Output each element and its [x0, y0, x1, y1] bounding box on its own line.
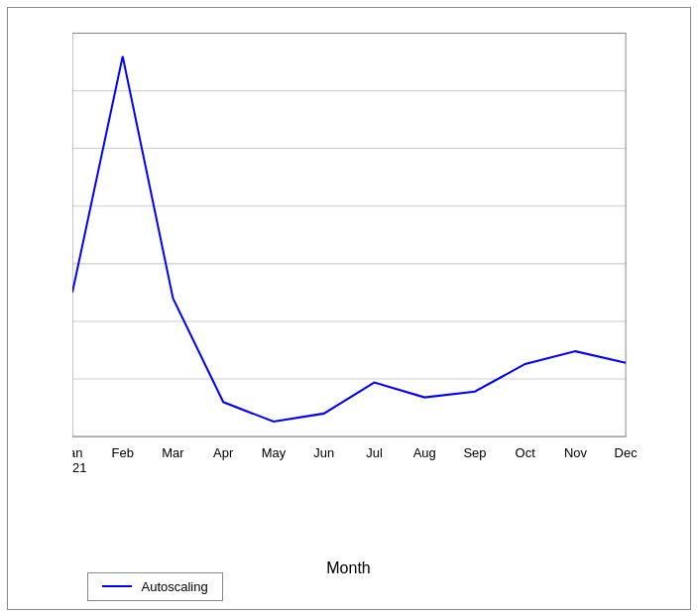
legend-line-icon: [102, 585, 132, 587]
x-tick-oct: Oct: [515, 444, 534, 459]
autoscaling-line: [72, 56, 626, 421]
x-tick-feb: Feb: [111, 444, 133, 459]
x-tick-jun: Jun: [313, 444, 334, 459]
x-tick-apr: Apr: [213, 444, 234, 459]
x-tick-may: May: [261, 444, 286, 459]
line-chart: 1000 1500 2000 2500 3000 3500 4000 4500 …: [72, 23, 670, 530]
x-tick-sep: Sep: [463, 444, 486, 459]
chart-container: 1000 1500 2000 2500 3000 3500 4000 4500 …: [7, 7, 691, 610]
x-axis-label: Month: [326, 559, 370, 577]
svg-rect-8: [72, 33, 626, 436]
x-tick-mar: Mar: [162, 444, 184, 459]
x-tick-nov: Nov: [563, 444, 586, 459]
legend-label: Autoscaling: [142, 579, 208, 594]
x-tick-jan: Jan: [72, 444, 82, 459]
x-tick-jul: Jul: [366, 444, 383, 459]
legend: Autoscaling: [87, 572, 223, 601]
x-tick-2021: 2021: [72, 459, 86, 474]
x-tick-aug: Aug: [412, 444, 435, 459]
x-tick-dec: Dec: [614, 444, 637, 459]
